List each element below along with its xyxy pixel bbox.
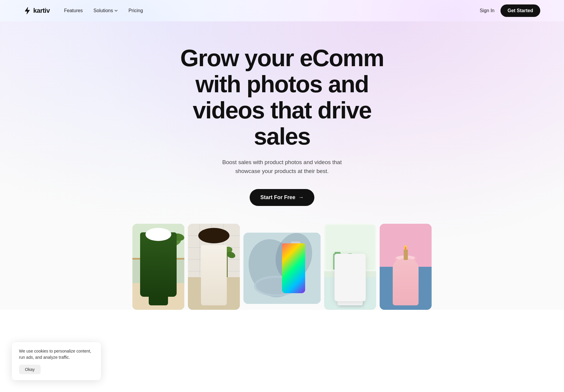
cookie-message: We use cookies to personalize content, r… [19, 348, 94, 361]
hero-section: Grow your eComm with photos and videos t… [0, 21, 564, 310]
nav-item-pricing[interactable]: Pricing [129, 8, 143, 13]
start-free-label: Start For Free [260, 194, 295, 201]
svg-point-40 [256, 278, 296, 294]
coffee-svg [188, 224, 240, 310]
navigation: kartiv Features Solutions Pricing [0, 0, 564, 21]
svg-point-30 [211, 267, 213, 269]
svg-rect-61 [396, 258, 415, 301]
svg-rect-10 [151, 272, 166, 274]
svg-rect-54 [339, 273, 361, 286]
svg-rect-9 [150, 270, 167, 293]
start-for-free-button[interactable]: Start For Free → [250, 189, 314, 206]
brand-name: kartiv [33, 7, 50, 15]
pricing-link[interactable]: Pricing [129, 8, 143, 13]
candle-svg [380, 224, 432, 310]
gallery-item-skincare: kartiv BODY LOTION [324, 224, 376, 310]
nav-links: Features Solutions Pricing [64, 8, 143, 13]
svg-point-32 [220, 266, 221, 268]
cookie-okay-button[interactable]: Okay [19, 365, 41, 374]
svg-rect-46 [333, 253, 342, 270]
svg-point-33 [208, 270, 210, 272]
logo[interactable]: kartiv [24, 7, 50, 15]
logo-icon [24, 7, 31, 15]
svg-rect-26 [203, 256, 225, 302]
svg-point-6 [162, 233, 177, 247]
skincare-image: kartiv BODY LOTION [324, 224, 376, 310]
coffee-image [188, 224, 240, 310]
svg-rect-8 [150, 259, 167, 265]
skincare-svg: kartiv BODY LOTION [324, 224, 376, 310]
svg-rect-67 [397, 271, 414, 289]
arrow-right-icon: → [298, 194, 304, 201]
svg-rect-50 [357, 256, 365, 270]
hero-title: Grow your eComm with photos and videos t… [163, 45, 401, 150]
svg-point-63 [396, 255, 415, 260]
cookie-banner: We use cookies to personalize content, r… [12, 342, 101, 380]
svg-point-13 [152, 277, 164, 289]
solutions-link[interactable]: Solutions [94, 8, 118, 13]
supplement-svg [132, 224, 184, 310]
chevron-down-icon [114, 9, 118, 12]
gallery-item-supplement [132, 224, 184, 310]
svg-rect-49 [348, 253, 352, 258]
svg-rect-47 [335, 252, 340, 256]
nav-item-solutions[interactable]: Solutions [94, 8, 118, 13]
svg-rect-56 [342, 277, 358, 279]
svg-rect-60 [380, 267, 432, 310]
features-link[interactable]: Features [64, 8, 83, 13]
svg-rect-51 [358, 254, 364, 258]
svg-text:BODY LOTION: BODY LOTION [344, 293, 356, 295]
get-started-button[interactable]: Get Started [500, 4, 540, 17]
svg-point-27 [203, 253, 225, 259]
nav-right: Sign In Get Started [480, 4, 540, 17]
svg-rect-11 [152, 275, 165, 276]
svg-rect-53 [338, 270, 363, 305]
nav-left: kartiv Features Solutions Pricing [24, 7, 143, 15]
svg-text:kartiv: kartiv [348, 289, 353, 291]
svg-rect-12 [152, 277, 164, 278]
hero-subtitle: Boost sales with product photos and vide… [211, 158, 353, 176]
rainbow-image [243, 233, 321, 304]
svg-point-66 [405, 247, 406, 250]
svg-rect-55 [340, 275, 360, 276]
rainbow-svg [243, 233, 321, 304]
svg-point-31 [215, 264, 217, 266]
supplement-image [132, 224, 184, 310]
svg-rect-28 [204, 262, 224, 289]
svg-rect-45 [326, 225, 375, 270]
gallery-item-coffee [188, 224, 240, 310]
svg-rect-64 [405, 249, 406, 257]
gallery-item-rainbow [243, 233, 321, 304]
svg-rect-22 [188, 277, 240, 310]
candle-image [380, 224, 432, 310]
product-gallery: kartiv BODY LOTION [6, 224, 558, 310]
svg-rect-3 [132, 283, 184, 310]
svg-point-35 [218, 269, 219, 271]
nav-item-features[interactable]: Features [64, 8, 83, 13]
svg-point-34 [213, 271, 215, 273]
svg-point-29 [206, 264, 208, 266]
svg-rect-42 [291, 242, 300, 247]
svg-rect-7 [149, 262, 168, 305]
sign-in-button[interactable]: Sign In [480, 8, 495, 13]
svg-rect-48 [346, 255, 354, 270]
svg-rect-41 [289, 245, 302, 292]
svg-rect-2 [132, 258, 184, 260]
gallery-item-candle [380, 224, 432, 310]
